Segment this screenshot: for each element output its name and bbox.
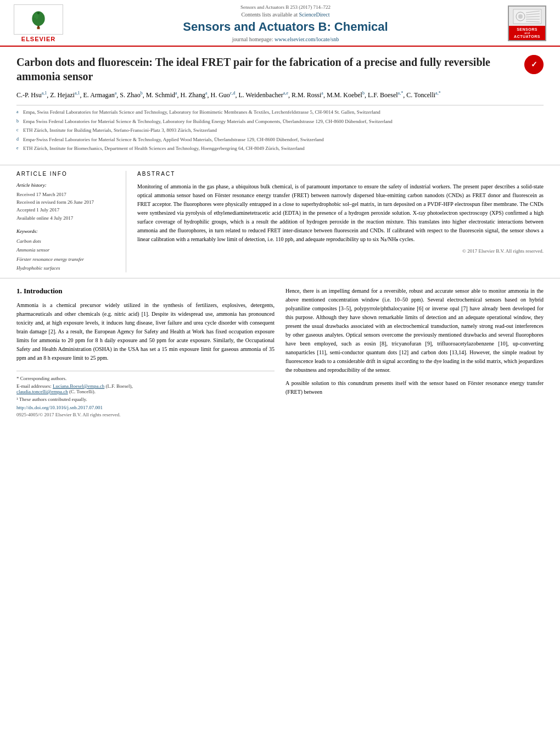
- received-date: Received 17 March 2017: [16, 191, 115, 198]
- journal-logo-right: SENSORS and ACTUATORS: [505, 5, 549, 41]
- doi-link[interactable]: http://dx.doi.org/10.1016/j.snb.2017.07.…: [16, 405, 275, 410]
- sensors-logo-bottom: SENSORS and ACTUATORS: [509, 26, 545, 40]
- article-history: Article history: Received 17 March 2017 …: [16, 182, 115, 222]
- intro-paragraph-2: Hence, there is an impelling demand for …: [285, 287, 544, 375]
- intro-paragraph-1: Ammonia is a chemical precursor widely u…: [16, 301, 275, 362]
- email-2-link[interactable]: claudia.toncelli@empa.ch: [16, 389, 68, 394]
- main-left-column: 1. Introduction Ammonia is a chemical pr…: [16, 287, 275, 417]
- journal-homepage: journal homepage: www.elsevier.com/locat…: [77, 36, 494, 42]
- keyword-1: Carbon dots: [16, 237, 115, 246]
- right-column: ABSTRACT Monitoring of ammonia in the ga…: [126, 171, 544, 272]
- email-addresses: E-mail addresses: Luciana.Boesel@empa.ch…: [16, 383, 275, 389]
- elsevier-wordmark: ELSEVIER: [21, 36, 55, 42]
- keyword-4: Hydrophobic surfaces: [16, 264, 115, 272]
- keyword-3: Förster resonance energy transfer: [16, 255, 115, 264]
- intro-paragraph-3: A possible solution to this conundrum pr…: [285, 379, 544, 397]
- email-2-line: claudia.toncelli@empa.ch (C. Toncelli).: [16, 389, 275, 394]
- issn-line: 0925-4005/© 2017 Elsevier B.V. All right…: [16, 412, 275, 417]
- svg-point-9: [518, 14, 523, 19]
- elsevier-image: [14, 4, 63, 35]
- svg-text:✓: ✓: [531, 60, 537, 69]
- main-right-column: Hence, there is an impelling demand for …: [285, 287, 544, 417]
- journal-homepage-link[interactable]: www.elsevier.com/locate/snb: [275, 36, 339, 42]
- science-direct-link: Contents lists available at ScienceDirec…: [77, 12, 494, 18]
- left-column: ARTICLE INFO Article history: Received 1…: [16, 171, 126, 272]
- accepted-date: Accepted 1 July 2017: [16, 206, 115, 214]
- svg-point-5: [33, 18, 37, 23]
- svg-point-4: [37, 12, 40, 14]
- sensors-logo-top: [509, 7, 545, 26]
- abstract-header: ABSTRACT: [137, 171, 544, 177]
- affiliations: aEmpa, Swiss Federal Laboratories for Ma…: [16, 105, 544, 153]
- introduction-title: 1. Introduction: [16, 287, 275, 295]
- svg-point-6: [40, 18, 44, 23]
- journal-header: ELSEVIER Sensors and Actuators B 253 (20…: [0, 0, 560, 47]
- main-content: 1. Introduction Ammonia is a chemical pr…: [0, 278, 560, 426]
- email-1-link[interactable]: Luciana.Boesel@empa.ch: [53, 383, 104, 389]
- article-info-header: ARTICLE INFO: [16, 171, 115, 177]
- crossmark-badge[interactable]: ✓: [524, 55, 544, 74]
- page: ELSEVIER Sensors and Actuators B 253 (20…: [0, 0, 560, 742]
- journal-reference: Sensors and Actuators B 253 (2017) 714–7…: [77, 4, 494, 10]
- keywords-section: Keywords: Carbon dots Ammonia sensor För…: [16, 228, 115, 272]
- article-section: Carbon dots and fluorescein: The ideal F…: [0, 47, 560, 165]
- sensors-logo-box: SENSORS and ACTUATORS: [508, 5, 546, 41]
- authors: C.-P. Hsua,1, Z. Hejazia,1, E. Armagana,…: [16, 90, 544, 101]
- available-online-date: Available online 4 July 2017: [16, 214, 115, 222]
- copyright-notice: © 2017 Elsevier B.V. All rights reserved…: [137, 248, 544, 254]
- keyword-2: Ammonia sensor: [16, 246, 115, 254]
- footnote-equal: ¹ These authors contributed equally.: [16, 397, 275, 402]
- elsevier-logo: ELSEVIER: [11, 4, 66, 42]
- revised-date: Received in revised form 26 June 2017: [16, 198, 115, 206]
- abstract-text: Monitoring of ammonia in the gas phase, …: [137, 182, 544, 244]
- article-title: Carbon dots and fluorescein: The ideal F…: [16, 55, 524, 83]
- footnotes: * Corresponding authors. E-mail addresse…: [16, 371, 275, 417]
- article-info-abstract-section: ARTICLE INFO Article history: Received 1…: [0, 165, 560, 278]
- corresponding-label: * Corresponding authors.: [16, 376, 275, 381]
- science-direct-anchor[interactable]: ScienceDirect: [299, 12, 329, 18]
- article-title-row: Carbon dots and fluorescein: The ideal F…: [16, 55, 544, 83]
- journal-name: Sensors and Actuators B: Chemical: [77, 20, 494, 34]
- two-col-main: 1. Introduction Ammonia is a chemical pr…: [16, 287, 544, 417]
- journal-title-section: Sensors and Actuators B 253 (2017) 714–7…: [66, 4, 505, 42]
